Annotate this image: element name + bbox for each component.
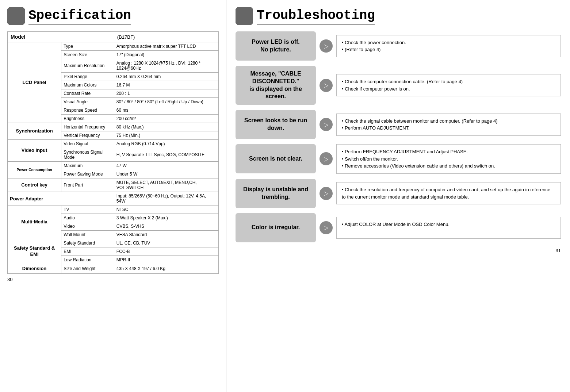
- table-row: Multi-MediaTVNTSC: [8, 205, 219, 214]
- trouble-symptom: Screen is not clear.: [236, 144, 316, 173]
- table-row: Power ConsumptionMaximum47 W: [8, 162, 219, 170]
- trouble-items-list: Power LED is off.No picture. Check the p…: [236, 31, 561, 242]
- trouble-solution: Check the resolution and frequency of co…: [336, 182, 561, 204]
- spec-icon: [7, 7, 25, 25]
- trouble-panel: Troubleshooting Power LED is off.No pict…: [226, 0, 570, 392]
- table-row: DimensionSize and Weight435 X 448 X 197 …: [8, 264, 219, 274]
- trouble-icon: [236, 7, 253, 25]
- page-num-left: 30: [7, 277, 219, 282]
- trouble-row: Display is unstable and trembling. Check…: [236, 179, 561, 208]
- arrow-icon: [320, 79, 333, 92]
- trouble-solution: Check the power connection.(Refer to pag…: [336, 35, 561, 57]
- spec-title: Specification: [28, 8, 131, 24]
- trouble-solution: Adjust COLOR at User Mode in OSD Color M…: [336, 217, 561, 239]
- arrow-icon: [320, 187, 333, 200]
- table-row: Power AdapterInput: 85/265V (50~60 Hz), …: [8, 192, 219, 205]
- table-row: Safety Standard & EMISafety StandardUL, …: [8, 239, 219, 247]
- trouble-row: Power LED is off.No picture. Check the p…: [236, 31, 561, 61]
- trouble-symptom: Power LED is off.No picture.: [236, 31, 316, 61]
- spec-table: Model(B17BF)LCD PanelTypeAmorphous activ…: [7, 31, 219, 274]
- trouble-symptom: Display is unstable and trembling.: [236, 179, 316, 208]
- trouble-row: Screen looks to be run down. Check the s…: [236, 110, 561, 139]
- trouble-row: Color is irregular. Adjust COLOR at User…: [236, 213, 561, 242]
- trouble-symptom: Message, "CABLE DISCONNETED."is displaye…: [236, 66, 316, 105]
- model-row: Model(B17BF): [8, 32, 219, 42]
- trouble-solution: Check the computer connection cable. (Re…: [336, 74, 561, 96]
- arrow-icon: [320, 221, 333, 234]
- trouble-title: Troubleshooting: [257, 8, 375, 24]
- arrow-icon: [320, 152, 333, 165]
- table-row: SynchronizationHorizontal Frequency80 kH…: [8, 123, 219, 131]
- table-row: Control keyFront PartMUTE, SELECT, AUTO/…: [8, 178, 219, 192]
- table-row: LCD PanelTypeAmorphous active matrix sup…: [8, 42, 219, 51]
- table-row: Video InputVideo SignalAnalog RGB (0.714…: [8, 140, 219, 148]
- trouble-header: Troubleshooting: [236, 7, 561, 25]
- trouble-row: Screen is not clear. Perform FREQUENCY A…: [236, 144, 561, 174]
- arrow-icon: [320, 118, 333, 131]
- trouble-symptom: Color is irregular.: [236, 213, 316, 242]
- spec-panel: Specification Model(B17BF)LCD PanelTypeA…: [0, 0, 226, 392]
- trouble-solution: Perform FREQUENCY ADJUSTMENT and Adjust …: [336, 144, 561, 174]
- trouble-solution: Check the signal cable between monitor a…: [336, 114, 561, 136]
- spec-header: Specification: [7, 7, 219, 25]
- arrow-icon: [320, 39, 333, 53]
- trouble-symptom: Screen looks to be run down.: [236, 110, 316, 139]
- page-num-right: 31: [236, 248, 561, 253]
- trouble-row: Message, "CABLE DISCONNETED."is displaye…: [236, 66, 561, 105]
